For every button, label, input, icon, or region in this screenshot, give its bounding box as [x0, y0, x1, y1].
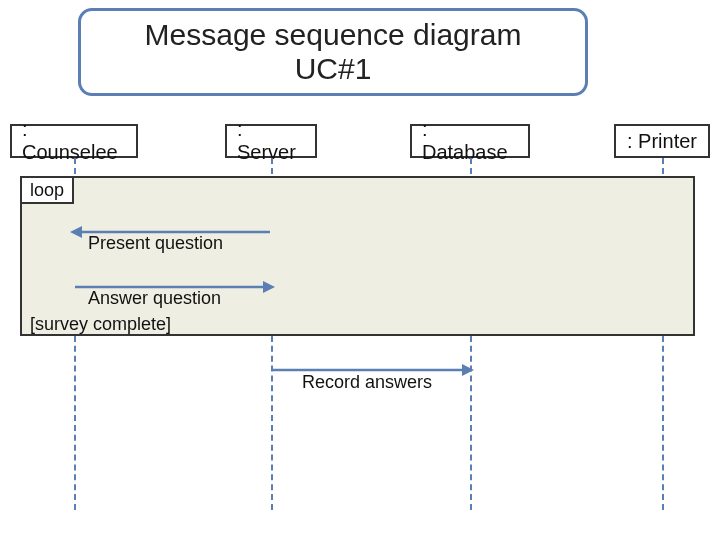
loop-operator-label: loop	[30, 180, 64, 201]
message-present-question: Present question	[88, 233, 223, 254]
loop-fragment	[20, 176, 695, 336]
loop-guard: [survey complete]	[30, 314, 171, 335]
participant-printer-label: : Printer	[627, 130, 697, 153]
loop-guard-text: [survey complete]	[30, 314, 171, 334]
message-present-question-text: Present question	[88, 233, 223, 253]
participant-printer: : Printer	[614, 124, 710, 158]
diagram-title-text: Message sequence diagram UC#1	[145, 18, 522, 87]
participant-server: : Server	[225, 124, 317, 158]
svg-marker-5	[462, 364, 474, 376]
loop-operator-tab: loop	[20, 176, 74, 204]
diagram-title: Message sequence diagram UC#1	[78, 8, 588, 96]
message-answer-question-text: Answer question	[88, 288, 221, 308]
participant-database: : Database	[410, 124, 530, 158]
participant-counselee: : Counselee	[10, 124, 138, 158]
message-record-answers-text: Record answers	[302, 372, 432, 392]
message-record-answers: Record answers	[302, 372, 432, 393]
message-answer-question: Answer question	[88, 288, 221, 309]
